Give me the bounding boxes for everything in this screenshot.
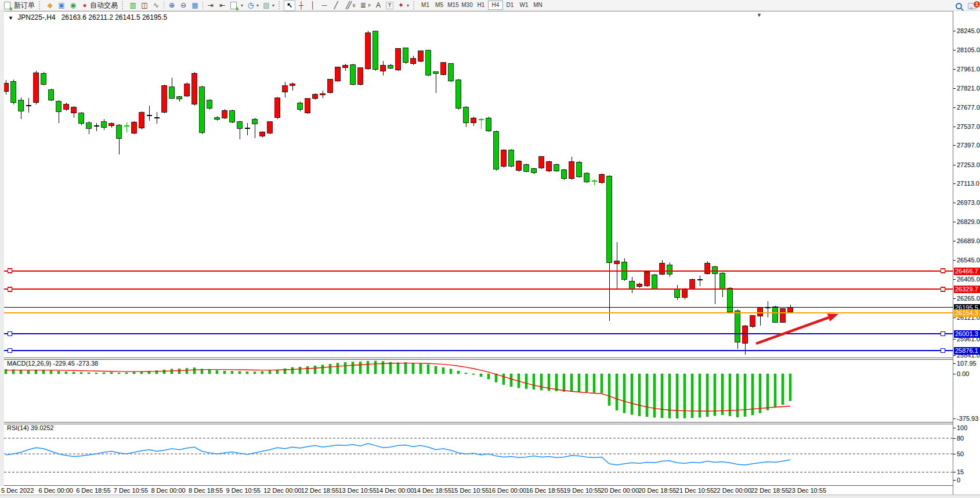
tf-m30-button[interactable]: M30 [460,1,474,9]
trend-arrow-line[interactable] [756,317,829,344]
tf-d1-button[interactable]: D1 [503,1,517,9]
time-axis[interactable]: 5 Dec 20226 Dec 00:006 Dec 18:557 Dec 10… [0,486,980,495]
line-handle[interactable] [8,287,12,291]
candle-body [71,107,77,113]
price-axis[interactable]: 28245.028105.027961.027821.027677.027537… [953,11,980,495]
tf-m5-button[interactable]: M5 [432,1,446,9]
line-handle[interactable] [8,331,12,335]
candle-body [185,84,190,96]
signals-icon: ◉ [69,1,77,10]
candle-body [713,266,718,274]
candle-body [599,174,605,183]
macd-histogram-bar [638,374,641,416]
trendline-button[interactable]: ╱ [330,1,342,10]
line-handle[interactable] [941,269,945,273]
line-handle[interactable] [941,287,945,291]
dropdown-caret-icon[interactable]: ▾ [241,3,243,8]
auto-scroll-button[interactable]: ⇥ [205,1,216,10]
market-watch-button[interactable]: ◆ [44,1,56,10]
auto-trading-button[interactable]: ●自动交易 [79,1,120,10]
candle-body [335,67,341,81]
text-button[interactable]: A [373,1,384,10]
candle-body [200,87,205,132]
dropdown-caret-icon[interactable]: ▾ [256,3,259,8]
candle-body [501,150,507,167]
candle-body [607,176,612,263]
channel-icon: ╱╱ [343,1,352,10]
cursor-button[interactable]: ↖ [284,0,295,11]
tf-h4-button[interactable]: H4 [488,1,503,10]
hline-button[interactable]: ─ [319,1,330,10]
macd-histogram-bar [646,374,648,417]
macd-histogram-bar [759,374,761,413]
zoom-out-button[interactable]: ⊖ [178,1,189,10]
signals-button[interactable]: ◉ [67,1,79,10]
chat-button[interactable]: 1 [966,1,978,10]
market-watch-icon: ◆ [46,1,54,10]
crosshair-button[interactable]: ┼ [295,1,307,10]
rsi-indicator-pane[interactable] [4,424,953,485]
symbol-dropdown-icon[interactable]: ▼ [8,15,13,21]
price-axis-label: 26829.0 [957,218,980,225]
line-handle[interactable] [941,331,945,335]
dropdown-caret-icon[interactable]: ▾ [272,3,274,8]
period-button[interactable]: ◷▾ [245,1,261,10]
chart-shift-marker[interactable]: ▼ [757,12,762,18]
main-price-chart[interactable] [4,22,953,358]
candle-body [373,31,378,70]
search-button[interactable] [953,1,966,10]
line-handle[interactable] [8,348,12,352]
price-axis-label: 27821.0 [957,85,980,92]
macd-histogram-bar [337,363,339,374]
tf-mn-button[interactable]: MN [531,1,545,9]
macd-histogram-bar [457,371,460,374]
new-order-button[interactable]: 新订单 [2,1,37,10]
rsi-axis-label: 15 [957,468,964,475]
price-axis-label: 26689.0 [957,237,980,244]
toolbar-grip[interactable] [279,1,281,9]
macd-histogram-bar [585,374,588,392]
macd-histogram-bar [80,373,82,374]
line-chart-button[interactable]: ∿ [150,1,162,10]
tf-m1-button[interactable]: M1 [418,1,432,9]
fibonacci-button[interactable]: ≣F [357,1,373,10]
candle-body [290,84,295,85]
chart-shift-button[interactable]: ⇤ [216,1,228,10]
candle-body [49,90,54,100]
candle-doji-body [245,128,250,129]
tf-w1-label: W1 [520,2,529,8]
tf-h1-button[interactable]: H1 [474,1,488,9]
channel-button[interactable]: ╱╱E [342,1,357,10]
bar-chart-button[interactable]: ▥ [127,1,139,10]
candle-body [343,65,348,68]
macd-histogram-bar [133,372,135,374]
tf-m15-button[interactable]: M15 [446,1,460,9]
toolbar-grip[interactable] [122,1,125,9]
profile-button[interactable]: ▣ [56,1,67,10]
toolbar-grip[interactable] [39,1,42,9]
macd-indicator-pane[interactable] [4,359,953,422]
zoom-in-button[interactable]: ⊕ [166,1,178,10]
toolbar-grip[interactable] [413,1,416,9]
arrows-button[interactable]: ✦▾ [395,1,411,10]
tile-windows-button[interactable]: ▦ [189,1,201,10]
trend-arrow-head[interactable] [827,313,838,321]
tf-m1-label: M1 [421,2,429,8]
text-label-button[interactable]: T [384,1,395,10]
macd-histogram-bar [238,371,241,374]
templates-button[interactable]: ▧▾ [261,1,276,10]
candle-body [788,307,793,312]
new-chart-button[interactable]: ▾ [228,1,245,10]
candle-body [743,326,748,343]
dropdown-caret-icon[interactable]: ▾ [407,3,409,8]
candle-chart-button[interactable]: ◫ [139,1,150,10]
auto-scroll-icon: ⇥ [207,1,215,10]
vline-button[interactable]: │ [307,1,319,10]
line-handle[interactable] [8,269,12,273]
macd-histogram-bar [88,373,90,374]
time-axis-label: 8 Dec 00:00 [151,487,185,494]
tf-w1-button[interactable]: W1 [517,1,531,9]
fibonacci-icon: ≣ [359,1,367,10]
line-handle[interactable] [941,348,945,352]
trendline-icon: ╱ [332,1,340,10]
